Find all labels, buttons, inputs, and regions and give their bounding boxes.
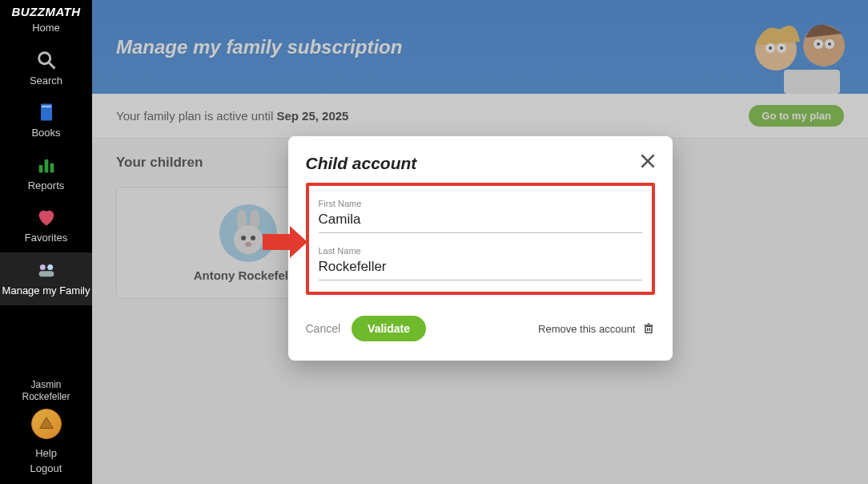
validate-button[interactable]: Validate xyxy=(352,316,426,341)
heart-icon xyxy=(35,206,58,228)
last-name-input[interactable] xyxy=(319,256,642,280)
remove-account-link[interactable]: Remove this account xyxy=(538,322,654,335)
book-icon xyxy=(35,101,58,123)
user-block: Jasmin Rockefeller Help Logout xyxy=(0,371,92,484)
svg-rect-6 xyxy=(50,163,54,172)
child-account-modal: Child account First Name Last Name xyxy=(288,136,673,361)
first-name-input[interactable] xyxy=(319,208,642,233)
svg-rect-9 xyxy=(38,271,54,276)
svg-point-7 xyxy=(39,264,45,270)
user-avatar[interactable] xyxy=(31,409,62,439)
name-fields-highlight: First Name Last Name xyxy=(306,183,655,295)
logout-link[interactable]: Logout xyxy=(30,462,62,474)
sidebar-item-books[interactable]: Books xyxy=(0,95,92,147)
trash-icon xyxy=(642,322,655,335)
svg-point-0 xyxy=(38,52,50,63)
close-button[interactable] xyxy=(637,151,658,171)
bar-chart-icon xyxy=(35,154,58,176)
annotation-arrow-icon xyxy=(263,226,307,258)
sidebar-item-manage-family[interactable]: Manage my Family xyxy=(0,252,92,305)
brand-logo: BUZZMATH xyxy=(11,5,80,18)
modal-overlay: Child account First Name Last Name xyxy=(92,0,868,484)
sidebar-item-label: Manage my Family xyxy=(2,284,90,297)
svg-marker-31 xyxy=(263,226,307,258)
user-name-first: Jasmin xyxy=(30,379,61,390)
modal-actions: Cancel Validate Remove this account xyxy=(306,316,655,341)
user-name: Jasmin Rockefeller xyxy=(22,379,70,404)
modal-title: Child account xyxy=(306,154,655,173)
help-link[interactable]: Help xyxy=(35,447,57,459)
svg-point-8 xyxy=(47,264,53,270)
sidebar: BUZZMATH Home Search Books xyxy=(0,0,92,484)
svg-line-1 xyxy=(49,63,54,68)
sidebar-item-label: Home xyxy=(32,22,60,34)
svg-rect-32 xyxy=(645,326,652,333)
main-area: Manage my family subscription Your famil… xyxy=(92,0,868,484)
sidebar-item-favorites[interactable]: Favorites xyxy=(0,200,92,252)
sidebar-item-label: Search xyxy=(30,75,62,87)
svg-rect-4 xyxy=(38,165,42,172)
sidebar-item-reports[interactable]: Reports xyxy=(0,147,92,200)
last-name-label: Last Name xyxy=(319,246,642,256)
cancel-button[interactable]: Cancel xyxy=(306,322,341,335)
user-name-last: Rockefeller xyxy=(22,391,70,402)
remove-account-label: Remove this account xyxy=(538,323,635,335)
sidebar-item-label: Reports xyxy=(28,179,65,192)
sidebar-item-label: Books xyxy=(31,127,60,139)
first-name-label: First Name xyxy=(319,199,642,208)
search-icon xyxy=(35,49,58,71)
svg-rect-5 xyxy=(44,159,48,172)
sidebar-item-label: Favorites xyxy=(25,232,67,244)
sidebar-item-home[interactable]: Home xyxy=(0,18,92,42)
svg-rect-3 xyxy=(42,106,51,107)
svg-marker-10 xyxy=(39,417,53,429)
sidebar-item-search[interactable]: Search xyxy=(0,42,92,95)
family-icon xyxy=(35,259,58,281)
sidebar-nav: Home Search Books Reports xyxy=(0,18,92,305)
